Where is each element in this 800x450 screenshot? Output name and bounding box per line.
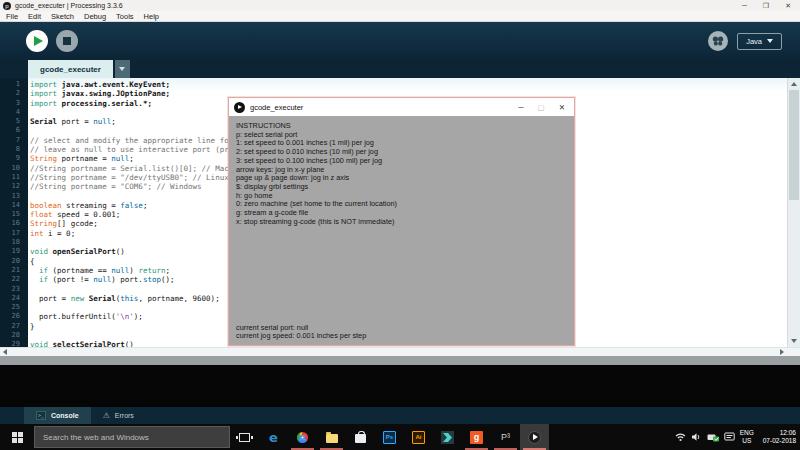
task-view-icon[interactable] — [230, 424, 259, 450]
line-number: 23 — [0, 285, 24, 294]
line-number: 22 — [0, 275, 24, 284]
time-label: 12:06 — [763, 429, 796, 437]
toolbar: Java — [0, 22, 800, 60]
line-number: 7 — [0, 136, 24, 145]
line-number: 11 — [0, 173, 24, 182]
menu-edit[interactable]: Edit — [28, 12, 41, 21]
scroll-up-icon[interactable] — [791, 82, 797, 86]
clock[interactable]: 12:06 07-02-2018 — [759, 429, 796, 445]
photoshop-icon[interactable]: Ps — [375, 424, 404, 450]
popup-canvas: INSTRUCTIONSp: select serial port1: set … — [229, 116, 574, 345]
sketch-window-icon[interactable] — [520, 424, 549, 450]
close-icon[interactable]: ✕ — [785, 0, 791, 11]
file-explorer-icon[interactable] — [317, 424, 346, 450]
speaker-icon[interactable] — [691, 432, 702, 442]
tab-menu-button[interactable] — [115, 60, 130, 78]
line-number: 26 — [0, 312, 24, 321]
line-number: 4 — [0, 108, 24, 117]
usb-safely-remove-icon[interactable] — [707, 432, 719, 442]
errors-tab-label: Errors — [115, 412, 134, 419]
line-number: 1 — [0, 80, 24, 89]
tab-errors[interactable]: ⚠ Errors — [91, 407, 146, 424]
windows-logo-icon — [12, 432, 23, 443]
chevron-down-icon — [767, 39, 773, 43]
stop-icon — [63, 37, 71, 45]
processing-icon[interactable]: P³ — [491, 424, 520, 450]
message-strip — [0, 356, 800, 365]
line-number: 27 — [0, 322, 24, 331]
illustrator-icon[interactable]: Ai — [404, 424, 433, 450]
line-number: 14 — [0, 201, 24, 210]
tab-gcode-executer[interactable]: gcode_executer — [28, 60, 113, 78]
language-indicator[interactable]: ENG US — [740, 429, 754, 445]
scroll-left-icon[interactable] — [3, 349, 7, 355]
line-number: 10 — [0, 164, 24, 173]
mode-selector[interactable]: Java — [737, 33, 782, 50]
line-number: 24 — [0, 294, 24, 303]
line-number: 25 — [0, 303, 24, 312]
horizontal-scrollbar[interactable] — [0, 347, 800, 356]
code-line[interactable]: 1import java.awt.event.KeyEvent; — [0, 80, 787, 89]
scroll-down-icon[interactable] — [791, 339, 797, 343]
language-line1: ENG — [740, 429, 754, 437]
line-number: 19 — [0, 247, 24, 256]
restore-icon[interactable]: ❐ — [763, 0, 769, 11]
edge-icon[interactable]: e — [259, 424, 288, 450]
stop-button[interactable] — [56, 30, 78, 52]
popup-titlebar[interactable]: gcode_executer ─ ▢ ✕ — [229, 98, 574, 116]
processing-ide-window: p gcode_executer | Processing 3.3.6 ─ ❐ … — [0, 0, 800, 450]
action-center-icon[interactable] — [724, 432, 735, 442]
line-number: 2 — [0, 89, 24, 98]
sketch-tab-bar: gcode_executer — [0, 60, 800, 78]
g-app-icon[interactable]: g — [462, 424, 491, 450]
taskbar-search-input[interactable] — [34, 426, 230, 448]
line-number: 18 — [0, 238, 24, 247]
line-number: 8 — [0, 145, 24, 154]
debug-button[interactable] — [708, 31, 728, 51]
date-label: 07-02-2018 — [763, 437, 796, 445]
menu-bar: File Edit Sketch Debug Tools Help — [0, 11, 800, 22]
console-tab-label: Console — [51, 412, 79, 419]
windows-store-icon[interactable] — [346, 424, 375, 450]
line-number: 28 — [0, 331, 24, 340]
line-number: 12 — [0, 182, 24, 191]
menu-tools[interactable]: Tools — [116, 12, 134, 21]
mode-label: Java — [746, 37, 762, 46]
sketch-popup-window: gcode_executer ─ ▢ ✕ INSTRUCTIONSp: sele… — [228, 97, 575, 346]
line-number: 15 — [0, 210, 24, 219]
popup-maximize-icon: ▢ — [538, 103, 545, 112]
menu-help[interactable]: Help — [144, 12, 159, 21]
start-button[interactable] — [0, 424, 34, 450]
sketch-play-icon — [234, 102, 245, 113]
scroll-right-icon[interactable] — [780, 349, 784, 355]
instruction-line: x: stop streaming g-code (this is NOT im… — [236, 218, 567, 227]
popup-minimize-icon[interactable]: ─ — [518, 103, 523, 112]
chevron-down-icon — [119, 67, 125, 71]
popup-title: gcode_executer — [250, 103, 518, 112]
footer-tab-bar: >_ Console ⚠ Errors — [0, 407, 800, 424]
scrollbar-thumb[interactable] — [789, 90, 799, 200]
system-tray: ENG US 12:06 07-02-2018 — [675, 424, 800, 450]
run-button[interactable] — [26, 30, 48, 52]
warning-icon: ⚠ — [103, 412, 110, 420]
line-number: 9 — [0, 154, 24, 163]
menu-file[interactable]: File — [6, 12, 18, 21]
line-number: 6 — [0, 126, 24, 135]
minimize-icon[interactable]: ─ — [742, 0, 747, 11]
network-icon[interactable] — [675, 432, 686, 442]
current-jog-speed: current jog speed: 0.001 inches per step — [236, 332, 366, 341]
line-number: 13 — [0, 192, 24, 201]
chrome-icon[interactable] — [288, 424, 317, 450]
butterfly-icon — [712, 36, 724, 46]
dev-tool-icon[interactable] — [433, 424, 462, 450]
line-number: 17 — [0, 229, 24, 238]
line-number: 29 — [0, 340, 24, 347]
tab-console[interactable]: >_ Console — [24, 407, 91, 424]
line-number: 20 — [0, 257, 24, 266]
popup-close-icon[interactable]: ✕ — [559, 103, 565, 112]
instructions-text: INSTRUCTIONSp: select serial port1: set … — [229, 116, 574, 232]
menu-debug[interactable]: Debug — [84, 12, 106, 21]
console-output — [0, 365, 800, 407]
vertical-scrollbar[interactable] — [787, 78, 800, 347]
menu-sketch[interactable]: Sketch — [51, 12, 74, 21]
